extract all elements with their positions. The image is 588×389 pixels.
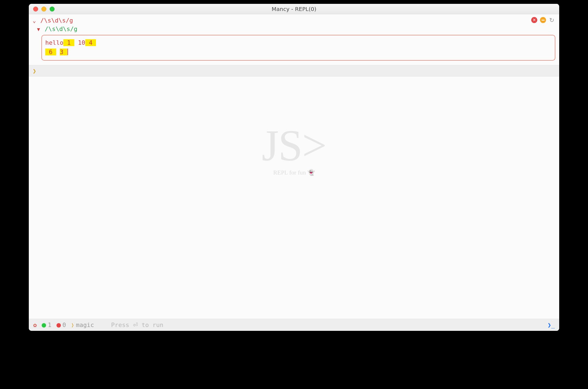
repl-entry-input-row[interactable]: ⌄ /\s\d\s/g <box>29 14 559 26</box>
chevron-down-icon[interactable]: ⌄ <box>33 17 40 24</box>
gear-icon[interactable]: ✿ <box>33 322 37 328</box>
window-minimize-button[interactable] <box>41 7 46 12</box>
result-text: hello <box>45 39 63 46</box>
window-close-button[interactable] <box>33 7 38 12</box>
enter-key-icon: ⏎ <box>133 322 138 328</box>
watermark: JS> REPL for fun 👻 <box>262 123 326 176</box>
repl-entry-output-header[interactable]: ▼ /\s\d\s/g <box>29 26 559 34</box>
result-text <box>56 49 60 55</box>
watermark-subtitle: REPL for fun 👻 <box>262 169 326 176</box>
result-text: 10 <box>74 39 85 46</box>
green-dot-icon <box>42 323 46 328</box>
success-count[interactable]: 1 <box>42 322 51 328</box>
red-dot-icon <box>56 323 61 328</box>
entry-toolbar: ✕ ━ ↻ <box>531 17 555 23</box>
match-highlight: 3 <box>60 49 67 55</box>
triangle-down-icon[interactable]: ▼ <box>37 26 45 33</box>
repl-prompt-indicator[interactable]: ❯_ <box>548 322 555 328</box>
watermark-logo: JS> <box>262 123 326 167</box>
error-count[interactable]: 0 <box>56 322 66 328</box>
tag-icon: ❭ <box>71 322 74 328</box>
input-expression: /\s\d\s/g <box>40 17 73 24</box>
traffic-lights <box>33 7 55 12</box>
app-window: Mancy - REPL(0) ✕ ━ ↻ ⌄ /\s\d\s/g ▼ /\s\… <box>29 4 559 331</box>
match-highlight: 6 <box>45 49 56 55</box>
match-highlight: 1 <box>63 39 74 46</box>
statusbar: ✿ 1 0 ❭magic Press ⏎ to run ❯_ <box>29 319 559 331</box>
repl-content: ✕ ━ ↻ ⌄ /\s\d\s/g ▼ /\s\d\s/g hello 1 10… <box>29 14 559 319</box>
regex-match-result[interactable]: hello 1 10 4 6 3 <box>41 35 555 61</box>
clear-icon[interactable]: ✕ <box>531 17 537 23</box>
window-zoom-button[interactable] <box>50 7 55 12</box>
mode-indicator[interactable]: ❭magic <box>71 322 94 328</box>
text-cursor <box>67 49 68 55</box>
titlebar: Mancy - REPL(0) <box>29 4 559 14</box>
run-hint: Press ⏎ to run <box>111 322 163 328</box>
prompt-chevron-icon: ❯ <box>33 67 36 74</box>
rerun-icon[interactable]: ↻ <box>549 17 555 23</box>
window-title: Mancy - REPL(0) <box>29 6 559 12</box>
output-expression: /\s\d\s/g <box>45 26 77 32</box>
match-highlight: 4 <box>85 39 96 46</box>
repl-prompt-bar[interactable]: ❯ <box>29 65 559 77</box>
collapse-icon[interactable]: ━ <box>540 17 546 23</box>
